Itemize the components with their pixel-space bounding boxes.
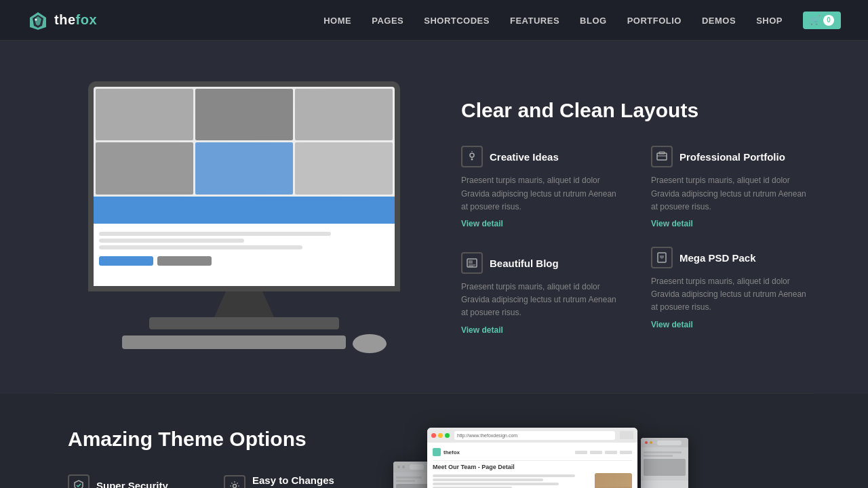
security-icon bbox=[68, 474, 90, 488]
nav-item-shop[interactable]: SHOP bbox=[756, 14, 783, 26]
svg-rect-12 bbox=[469, 260, 473, 264]
nav-item-shortcodes[interactable]: SHORTCODES bbox=[424, 14, 490, 26]
creative-ideas-icon bbox=[461, 146, 483, 167]
psd-title: Mega PSD Pack bbox=[679, 252, 756, 264]
features-grid: Creative Ideas Praesent turpis mauris, a… bbox=[461, 146, 814, 334]
blog-desc: Praesent turpis mauris, aliquet id dolor… bbox=[461, 281, 624, 320]
mouse bbox=[353, 334, 387, 353]
browser-tertiary bbox=[641, 438, 688, 488]
monitor-base bbox=[149, 317, 339, 329]
nav-item-features[interactable]: FEATURES bbox=[510, 14, 559, 26]
navigation: thefox HOME PAGES SHORTCODES FEATURES BL… bbox=[0, 0, 868, 41]
nav-item-pages[interactable]: PAGES bbox=[372, 14, 403, 26]
feature-easy-changes: Easy to Changes Setting Praesent turpis … bbox=[224, 474, 353, 488]
browser-heading: Meet Our Team - Page Detail bbox=[433, 464, 632, 470]
portfolio-desc: Praesent turpis mauris, aliquet id dolor… bbox=[651, 174, 814, 214]
portfolio-title: Professional Portfolio bbox=[679, 151, 785, 163]
feature-super-security: Super Security Praesent turpis mauris, a… bbox=[68, 474, 197, 488]
nav-item-demos[interactable]: DEMOS bbox=[702, 14, 736, 26]
svg-point-16 bbox=[233, 485, 237, 488]
blog-title: Beautiful Blog bbox=[490, 258, 559, 269]
browser-person-image bbox=[595, 473, 632, 488]
feature-beautiful-blog: Beautiful Blog Praesent turpis mauris, a… bbox=[461, 252, 624, 335]
nav-item-home[interactable]: HOME bbox=[323, 14, 351, 26]
cart-count: 0 bbox=[823, 15, 834, 26]
monitor-illustration bbox=[68, 81, 420, 352]
creative-ideas-desc: Praesent turpis mauris, aliquet id dolor… bbox=[461, 174, 624, 214]
settings-icon bbox=[224, 475, 245, 488]
hero-section: Clear and Clean Layouts Creative Ideas bbox=[0, 41, 868, 393]
svg-point-3 bbox=[35, 18, 37, 20]
cart-button[interactable]: 🛒 0 bbox=[803, 12, 841, 29]
feature-professional-portfolio: Professional Portfolio Praesent turpis m… bbox=[651, 146, 814, 228]
psd-link[interactable]: View detail bbox=[651, 320, 814, 329]
browser-address-text: http://www.thefoxdesign.com bbox=[457, 433, 517, 438]
creative-ideas-link[interactable]: View detail bbox=[461, 219, 624, 228]
blog-icon bbox=[461, 252, 483, 274]
psd-icon bbox=[651, 247, 673, 268]
browser-logo-label: thefox bbox=[443, 449, 460, 455]
monitor-body bbox=[88, 81, 400, 291]
bottom-features-grid: Super Security Praesent turpis mauris, a… bbox=[68, 474, 353, 488]
bottom-features: Amazing Theme Options Super Security Pra… bbox=[68, 428, 353, 488]
nav-item-portfolio[interactable]: PORTFOLIO bbox=[627, 14, 682, 26]
nav-links: HOME PAGES SHORTCODES FEATURES BLOG PORT… bbox=[323, 12, 841, 29]
bottom-section: Amazing Theme Options Super Security Pra… bbox=[0, 394, 868, 488]
browser-secondary bbox=[393, 462, 431, 488]
bottom-section-title: Amazing Theme Options bbox=[68, 428, 353, 451]
psd-desc: Praesent turpis mauris, aliquet id dolor… bbox=[651, 275, 814, 314]
monitor-screen bbox=[94, 87, 395, 286]
browser-main: http://www.thefoxdesign.com thefox bbox=[427, 428, 637, 488]
feature-creative-ideas: Creative Ideas Praesent turpis mauris, a… bbox=[461, 146, 624, 228]
cart-icon: 🛒 bbox=[810, 15, 821, 25]
creative-ideas-title: Creative Ideas bbox=[490, 151, 559, 163]
logo-text: thefox bbox=[54, 12, 97, 28]
nav-item-blog[interactable]: BLOG bbox=[580, 14, 607, 26]
monitor-neck bbox=[214, 291, 275, 319]
keyboard bbox=[122, 336, 346, 349]
blog-link[interactable]: View detail bbox=[461, 325, 624, 335]
logo[interactable]: thefox bbox=[27, 9, 97, 31]
features-content: Clear and Clean Layouts Creative Ideas bbox=[461, 99, 814, 334]
portfolio-icon bbox=[651, 146, 673, 167]
section-title: Clear and Clean Layouts bbox=[461, 99, 814, 122]
portfolio-link[interactable]: View detail bbox=[651, 219, 814, 228]
svg-point-6 bbox=[471, 159, 473, 161]
security-title: Super Security bbox=[96, 480, 168, 489]
browser-mockup-container: http://www.thefoxdesign.com thefox bbox=[393, 428, 814, 488]
svg-point-4 bbox=[470, 153, 474, 157]
feature-mega-psd: Mega PSD Pack Praesent turpis mauris, al… bbox=[651, 252, 814, 335]
easy-changes-title: Easy to Changes Setting bbox=[252, 474, 353, 488]
